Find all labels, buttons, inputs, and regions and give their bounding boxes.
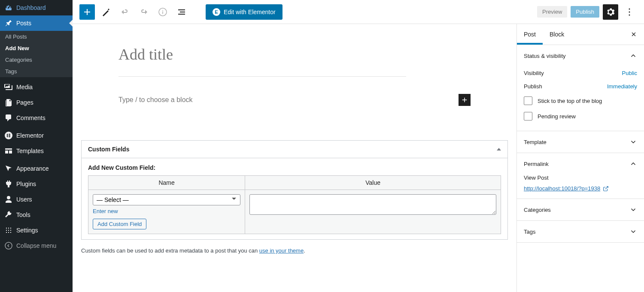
svg-point-3 (629, 8, 630, 9)
add-block-button[interactable] (79, 4, 95, 20)
publish-button[interactable]: Publish (571, 6, 599, 18)
panel-template-label: Template (524, 139, 547, 145)
menu-tools[interactable]: Tools (0, 207, 73, 223)
templates-icon (4, 147, 13, 155)
preview-button[interactable]: Preview (537, 6, 567, 18)
custom-fields-toggle[interactable] (497, 148, 501, 151)
menu-media[interactable]: Media (0, 79, 73, 95)
cf-add-button[interactable]: Add Custom Field (93, 219, 146, 229)
menu-pages-label: Pages (16, 99, 33, 106)
menu-elementor-label: Elementor (16, 132, 44, 139)
submenu-tags[interactable]: Tags (0, 66, 73, 77)
panel-permalink-label: Permalink (524, 161, 549, 167)
settings-gear-button[interactable] (603, 4, 618, 20)
close-sidebar-button[interactable] (623, 24, 644, 45)
menu-elementor[interactable]: Elementor (0, 128, 73, 143)
more-options-button[interactable] (622, 4, 637, 20)
panel-template-header[interactable]: Template (517, 131, 644, 153)
cf-value-textarea[interactable] (249, 194, 496, 215)
stick-checkbox[interactable] (524, 96, 532, 105)
editor-canvas: Type / to choose a block Custom Fields A… (73, 24, 516, 292)
settings-sidebar: Post Block Status & visibility Visibilit… (516, 24, 644, 292)
panel-categories-header[interactable]: Categories (517, 199, 644, 220)
redo-button[interactable] (136, 4, 152, 20)
menu-settings[interactable]: Settings (0, 223, 73, 238)
users-icon (4, 195, 13, 204)
undo-button[interactable] (117, 4, 133, 20)
tab-post[interactable]: Post (517, 24, 543, 45)
pages-icon (4, 98, 13, 107)
submenu-categories[interactable]: Categories (0, 54, 73, 66)
custom-fields-metabox: Custom Fields Add New Custom Field: Name… (81, 140, 508, 254)
chevron-up-icon (629, 160, 637, 168)
menu-collapse-label: Collapse menu (16, 242, 56, 249)
svg-point-5 (629, 14, 630, 15)
submenu-add-new[interactable]: Add New (0, 42, 73, 54)
pin-icon (4, 19, 13, 27)
post-title-input[interactable] (118, 41, 406, 76)
svg-point-1 (5, 242, 12, 249)
chevron-down-icon (629, 206, 637, 214)
menu-appearance[interactable]: Appearance (0, 161, 73, 176)
edit-with-elementor-button[interactable]: E Edit with Elementor (206, 4, 283, 20)
stick-label: Stick to the top of the blog (538, 98, 602, 104)
outline-button[interactable] (174, 4, 189, 20)
menu-templates-label: Templates (16, 148, 44, 154)
edit-with-elementor-label: Edit with Elementor (224, 9, 276, 15)
menu-templates[interactable]: Templates (0, 143, 73, 159)
tools-icon (4, 211, 13, 219)
publish-label: Publish (524, 83, 542, 90)
panel-status-visibility-label: Status & visibility (524, 53, 566, 59)
panel-status-visibility-header[interactable]: Status & visibility (517, 45, 644, 66)
external-link-icon (603, 186, 609, 192)
menu-posts[interactable]: Posts (0, 15, 73, 31)
panel-tags-label: Tags (524, 229, 535, 235)
menu-plugins-label: Plugins (16, 181, 36, 187)
menu-plugins[interactable]: Plugins (0, 176, 73, 192)
chevron-down-icon (629, 228, 637, 235)
menu-posts-label: Posts (16, 20, 31, 27)
panel-permalink-header[interactable]: Permalink (517, 153, 644, 175)
pending-checkbox[interactable] (524, 112, 532, 120)
menu-pages[interactable]: Pages (0, 95, 73, 110)
cf-add-new-label: Add New Custom Field: (88, 164, 501, 171)
menu-appearance-label: Appearance (16, 165, 49, 172)
menu-settings-label: Settings (16, 227, 38, 234)
settings-icon (4, 226, 13, 235)
editor-toolbar: E Edit with Elementor Preview Publish (73, 0, 644, 24)
publish-value[interactable]: Immediately (607, 83, 637, 90)
admin-sidebar: Dashboard Posts All Posts Add New Catego… (0, 0, 73, 292)
dashboard-icon (4, 3, 13, 12)
elementor-icon (4, 131, 13, 140)
panel-categories-label: Categories (524, 207, 551, 213)
panel-tags-header[interactable]: Tags (517, 221, 644, 242)
cf-enter-new-link[interactable]: Enter new (93, 208, 118, 214)
submenu-all-posts[interactable]: All Posts (0, 31, 73, 42)
chevron-up-icon (629, 52, 637, 60)
menu-comments-label: Comments (16, 114, 46, 121)
menu-users[interactable]: Users (0, 192, 73, 207)
menu-collapse[interactable]: Collapse menu (0, 238, 73, 253)
inline-add-block-button[interactable] (459, 94, 471, 106)
media-icon (4, 83, 13, 91)
info-button[interactable] (155, 4, 170, 20)
cf-footer-link[interactable]: use in your theme (259, 247, 304, 254)
tools-button[interactable] (98, 4, 114, 20)
chevron-down-icon (629, 138, 637, 146)
block-placeholder-text[interactable]: Type / to choose a block (118, 96, 193, 104)
permalink-url[interactable]: http://localhost:10018/?p=1938 (524, 185, 637, 192)
cf-footer-suffix: . (304, 247, 305, 254)
menu-users-label: Users (16, 196, 32, 203)
cf-name-select[interactable]: — Select — (93, 194, 240, 205)
custom-fields-title: Custom Fields (88, 146, 129, 153)
collapse-icon (4, 241, 13, 250)
appearance-icon (4, 164, 13, 173)
menu-dashboard[interactable]: Dashboard (0, 0, 73, 15)
permalink-url-text: http://localhost:10018/?p=1938 (524, 185, 600, 192)
plugins-icon (4, 180, 13, 188)
menu-comments[interactable]: Comments (0, 110, 73, 126)
cf-th-value: Value (245, 176, 501, 190)
comments-icon (4, 114, 13, 122)
visibility-value[interactable]: Public (622, 70, 637, 76)
tab-block[interactable]: Block (543, 24, 571, 45)
